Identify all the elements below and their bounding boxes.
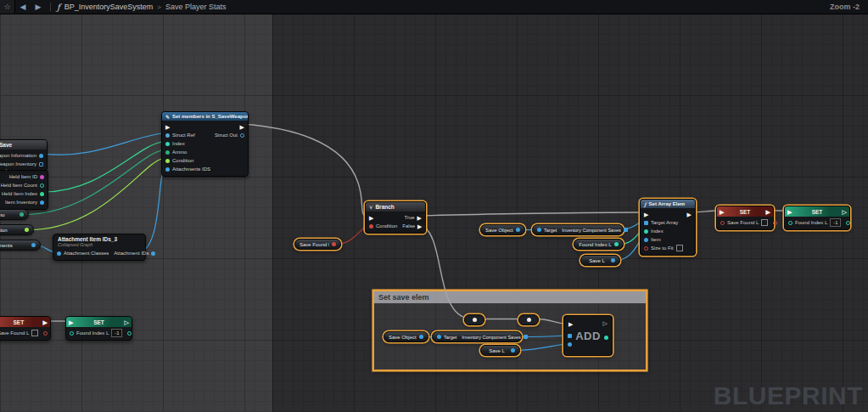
node-set-found-index-bl[interactable]: ▶ SET ▷ Found Index L-1: [65, 316, 132, 341]
bool-checkbox[interactable]: [761, 219, 768, 226]
item-input-pin[interactable]: [644, 238, 648, 242]
held-item-id-pin[interactable]: [40, 175, 44, 179]
exec-out-pin[interactable]: ▷: [603, 320, 608, 326]
exec-in-pin[interactable]: ▶: [69, 319, 73, 325]
array-input-pin[interactable]: [568, 334, 572, 338]
pin-label: Index: [651, 229, 664, 234]
reroute-node-2[interactable]: [518, 314, 539, 325]
save-found-pin[interactable]: [332, 242, 336, 246]
variable-get-save-object-comment[interactable]: Save Object L: [384, 331, 428, 342]
value-out-pin[interactable]: [846, 221, 850, 225]
weapon-information-pin[interactable]: [39, 154, 43, 158]
struct-ref-pin[interactable]: [165, 133, 170, 138]
value-in-pin[interactable]: [70, 331, 74, 336]
exec-in-pin[interactable]: ▶: [720, 209, 724, 215]
held-item-index-pin[interactable]: [40, 192, 44, 196]
variable-get-save-l-comment[interactable]: Save L: [480, 345, 520, 356]
found-index-pin[interactable]: [614, 242, 619, 246]
item-input-pin[interactable]: [568, 342, 572, 347]
size-to-fit-checkbox[interactable]: [676, 245, 683, 251]
exec-in-pin[interactable]: ▶: [369, 215, 373, 221]
value-in-pin[interactable]: [788, 221, 792, 225]
breadcrumb-blueprint[interactable]: BP_InventorySaveSystem: [64, 3, 154, 11]
variable-get-ammo[interactable]: Ammo: [0, 209, 29, 220]
node-title: Set Array Elem: [649, 201, 685, 206]
struct-out-pin[interactable]: [240, 133, 244, 138]
default-value-box[interactable]: -1: [830, 218, 841, 227]
return-index-pin[interactable]: [604, 336, 608, 340]
target-array-pin[interactable]: [644, 221, 648, 225]
reroute-node-1[interactable]: [464, 314, 484, 325]
item-inventory-pin[interactable]: [40, 200, 44, 205]
exec-out-pin[interactable]: ▶: [43, 319, 48, 325]
exec-out-pin[interactable]: ▶: [766, 209, 770, 215]
size-to-fit-pin[interactable]: [644, 246, 648, 251]
exec-in-pin[interactable]: ▶: [165, 124, 170, 130]
exec-out-pin[interactable]: ▷: [843, 209, 847, 215]
true-exec-pin[interactable]: ▶: [417, 215, 422, 221]
held-item-count-pin[interactable]: [40, 183, 44, 188]
graph-canvas-left[interactable]: [0, 14, 272, 412]
pin-label: Ammo: [172, 150, 187, 155]
variable-get-save-found[interactable]: Save Found L: [294, 239, 341, 250]
attachments-pin[interactable]: [31, 243, 36, 247]
variable-get-inventory-component-saves-comment[interactable]: Target Inventory Component Saves: [432, 331, 522, 342]
target-pin[interactable]: [537, 228, 541, 232]
exec-in-pin[interactable]: ▶: [787, 209, 792, 215]
value-out-pin[interactable]: [43, 331, 48, 336]
node-held-item[interactable]: Held Item ID Held Item Count Held Item I…: [0, 170, 48, 210]
comment-title[interactable]: Set save elem: [374, 291, 646, 303]
variable-get-inventory-component-saves[interactable]: Target Inventory Component Saves: [532, 224, 624, 235]
default-value-box[interactable]: -1: [111, 329, 122, 337]
node-set-found-index[interactable]: ▶ SET ▷ Found Index L-1: [784, 206, 850, 230]
value-out-pin[interactable]: [127, 331, 132, 336]
variable-get-save-object[interactable]: Save Object L: [480, 224, 525, 235]
target-pin[interactable]: [437, 335, 441, 339]
nav-forward-icon[interactable]: ▶: [31, 0, 46, 14]
condition-pin[interactable]: [25, 228, 29, 232]
bool-checkbox[interactable]: [31, 330, 38, 336]
node-attachment-item-ids[interactable]: Attachment Item IDs_3 Collapsed Graph At…: [53, 234, 146, 261]
save-object-pin[interactable]: [419, 335, 423, 339]
index-input-pin[interactable]: [644, 229, 648, 234]
exec-in-pin[interactable]: ▶: [568, 321, 573, 327]
node-set-members[interactable]: ✎ Set members in S_SaveWeaponInvs ▶▶ Str…: [161, 111, 249, 177]
exec-out-pin[interactable]: ▶: [687, 212, 692, 217]
exec-out-pin[interactable]: ▷: [125, 319, 129, 325]
false-exec-pin[interactable]: ▶: [417, 223, 422, 229]
value-out-pin[interactable]: [773, 221, 777, 225]
value-in-pin[interactable]: [720, 221, 725, 225]
favorite-icon[interactable]: ☆: [0, 0, 15, 14]
index-pin[interactable]: [165, 142, 170, 146]
variable-get-found-index[interactable]: Found Index L: [574, 239, 624, 250]
condition-input-pin[interactable]: [369, 224, 373, 229]
save-object-pin[interactable]: [516, 228, 520, 232]
breadcrumb-graph[interactable]: Save Player Stats: [165, 3, 227, 11]
node-set-array-elem[interactable]: ƒ Set Array Elem ▶▶ Target Array Index I…: [640, 199, 696, 256]
ammo-input-pin[interactable]: [165, 150, 170, 155]
pin-label: Struct Ref: [172, 133, 195, 138]
save-l-pin[interactable]: [611, 258, 615, 262]
variable-get-save-l[interactable]: Save L: [580, 255, 620, 266]
pill-label: Condition: [0, 228, 22, 233]
condition-input-pin[interactable]: [165, 159, 170, 163]
nav-back-icon[interactable]: ◀: [15, 0, 31, 14]
variable-get-attachments[interactable]: Attachments: [0, 240, 41, 251]
attachment-classes-pin[interactable]: [57, 251, 61, 256]
attachments-ids-pin[interactable]: [165, 167, 170, 172]
attachment-ids-pin[interactable]: [151, 251, 155, 256]
node-title: Attachment Item IDs_3: [58, 236, 141, 242]
node-add-array[interactable]: ADD ▶ ▷: [563, 315, 613, 356]
exec-out-pin[interactable]: ▶: [240, 124, 244, 130]
inventory-saves-pin[interactable]: [624, 228, 628, 232]
blueprint-watermark: BLUEPRINT: [714, 381, 863, 410]
node-set-save-found-bl[interactable]: SET ▶ Save Found L: [0, 316, 51, 341]
node-branch[interactable]: ⋎ Branch ▶True▶ ConditionFalse▶: [365, 201, 426, 234]
ammo-pin[interactable]: [20, 212, 24, 217]
variable-get-condition[interactable]: Condition: [0, 224, 34, 235]
save-l-pin[interactable]: [511, 348, 515, 353]
inventory-saves-pin[interactable]: [524, 335, 528, 339]
node-set-save-found[interactable]: ▶ SET ▶ Save Found L: [716, 206, 774, 230]
exec-in-pin[interactable]: ▶: [644, 212, 648, 217]
weapon-inventory-pin[interactable]: [39, 162, 43, 166]
